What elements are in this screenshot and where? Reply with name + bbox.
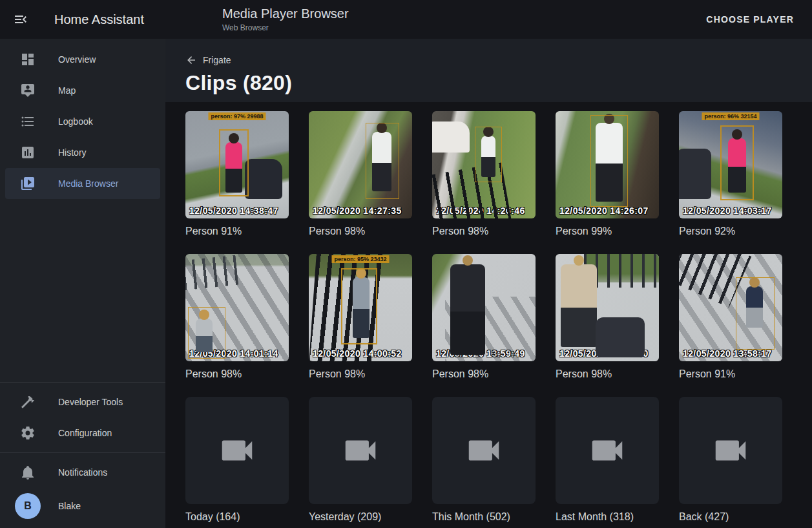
app-header: Home Assistant Media Player Browser Web … [0, 0, 812, 39]
clip-caption: Person 98% [556, 368, 659, 383]
folder-tile[interactable] [556, 397, 659, 504]
chart-box-icon [20, 145, 36, 160]
clip-timestamp: 12/05/2020 14:27:35 [313, 206, 402, 216]
folder-label: Last Month (318) [556, 511, 659, 525]
clip-thumbnail[interactable]: 12/05/2020 14:26:46 [432, 111, 536, 218]
sidebar-item-logbook[interactable]: Logbook [5, 106, 160, 137]
clip-thumbnail[interactable]: 12/05/2020 13:58:17 [679, 254, 782, 361]
clip-timestamp: 12/05/2020 14:26:46 [436, 206, 525, 216]
clip-card[interactable]: 12/05/2020 13:58:30 Person 98% [556, 254, 659, 383]
clip-timestamp: 12/05/2020 14:26:07 [559, 206, 649, 216]
video-camera-icon [711, 430, 751, 470]
clip-card[interactable]: 12/05/2020 14:27:35 Person 98% [309, 111, 412, 240]
person-figure [450, 264, 485, 355]
clip-timestamp: 12/05/2020 14:03:17 [683, 206, 772, 216]
sidebar-item-label: History [58, 147, 87, 158]
sidebar-item-label: Developer Tools [58, 397, 123, 407]
bell-icon [20, 465, 36, 480]
folder-tile[interactable] [185, 397, 289, 504]
folder-card-back[interactable]: Back (427) [679, 397, 782, 525]
user-name: Blake [58, 501, 81, 511]
video-camera-icon [464, 430, 504, 470]
detection-label: person: 96% 32154 [702, 112, 759, 120]
dashboard-icon [20, 52, 36, 67]
folder-card-today[interactable]: Today (164) [185, 397, 289, 525]
scene-prop [596, 317, 645, 357]
sidebar-user-profile[interactable]: B Blake [5, 488, 160, 524]
clip-caption: Person 92% [679, 226, 782, 240]
folder-label: Today (164) [185, 511, 289, 525]
video-camera-icon [587, 430, 627, 470]
clip-caption: Person 99% [556, 226, 659, 240]
sidebar-toggle-button[interactable] [5, 4, 36, 35]
map-account-icon [20, 83, 36, 98]
clip-thumbnail[interactable]: 12/05/2020 14:01:14 [185, 254, 289, 361]
clip-thumbnail[interactable]: 12/05/2020 13:59:49 [432, 254, 536, 361]
clip-card[interactable]: 12/05/2020 13:58:17 Person 91% [679, 254, 782, 383]
clips-title: Clips (820) [185, 71, 812, 95]
detection-bbox [720, 125, 754, 200]
folder-tile[interactable] [432, 397, 536, 504]
clip-caption: Person 98% [432, 368, 536, 383]
scene-prop [679, 149, 711, 199]
clip-card[interactable]: person: 95% 23432 12/05/2020 14:00:52 Pe… [309, 254, 412, 383]
sidebar-item-map[interactable]: Map [5, 75, 160, 106]
sidebar-item-label: Logbook [58, 116, 93, 127]
gear-icon [20, 425, 36, 441]
sidebar-item-history[interactable]: History [5, 137, 160, 168]
clip-card[interactable]: person: 97% 29988 12/05/2020 14:38:47 Pe… [185, 111, 289, 240]
folder-label: This Month (502) [432, 511, 536, 525]
detection-bbox [475, 127, 502, 182]
clip-timestamp: 12/05/2020 13:58:17 [683, 348, 772, 359]
sidebar-divider [0, 382, 165, 383]
video-camera-icon [340, 430, 380, 470]
clip-thumbnail[interactable]: 12/05/2020 14:26:07 [556, 111, 659, 218]
sidebar-item-developer-tools[interactable]: Developer Tools [5, 386, 160, 417]
sidebar-item-notifications[interactable]: Notifications [5, 457, 160, 488]
clip-thumbnail[interactable]: 12/05/2020 14:27:35 [309, 111, 412, 218]
user-avatar[interactable]: B [15, 493, 41, 519]
folder-tile[interactable] [679, 397, 782, 504]
back-arrow-icon [185, 54, 197, 66]
clip-card[interactable]: 12/05/2020 13:59:49 Person 98% [432, 254, 536, 383]
video-camera-icon [217, 430, 257, 470]
sidebar-item-overview[interactable]: Overview [5, 44, 160, 75]
sidebar-item-label: Notifications [58, 467, 107, 478]
clip-timestamp: 12/05/2020 14:00:52 [313, 348, 402, 359]
clips-area: person: 97% 29988 12/05/2020 14:38:47 Pe… [165, 102, 812, 525]
page-subtitle: Web Browser [222, 23, 349, 32]
clip-caption: Person 98% [309, 368, 412, 383]
clip-thumbnail[interactable]: person: 95% 23432 12/05/2020 14:00:52 [309, 254, 412, 361]
play-box-multiple-icon [20, 176, 36, 191]
clip-card[interactable]: person: 96% 32154 12/05/2020 14:03:17 Pe… [679, 111, 782, 240]
choose-player-button[interactable]: CHOOSE PLAYER [701, 8, 799, 31]
clip-thumbnail[interactable]: 12/05/2020 13:58:30 [556, 254, 659, 361]
sidebar-item-media-browser[interactable]: Media Browser [5, 168, 160, 199]
page-title: Media Player Browser [222, 6, 349, 21]
breadcrumb[interactable]: Frigate [185, 54, 231, 66]
detection-label: person: 95% 23432 [331, 255, 389, 263]
page-header-block: Media Player Browser Web Browser [222, 6, 349, 32]
sidebar-divider [0, 452, 165, 453]
clip-thumbnail[interactable]: person: 97% 29988 12/05/2020 14:38:47 [185, 111, 289, 218]
detection-bbox [341, 268, 377, 344]
clip-card[interactable]: 12/05/2020 14:26:07 Person 99% [556, 111, 659, 240]
detection-bbox [590, 115, 628, 207]
folder-card-this-month[interactable]: This Month (502) [432, 397, 536, 525]
sidebar-item-label: Overview [58, 54, 96, 65]
folder-tile[interactable] [309, 397, 412, 504]
sidebar-item-label: Map [58, 85, 76, 96]
clip-caption: Person 91% [679, 368, 782, 383]
list-icon [20, 114, 36, 129]
folder-card-last-month[interactable]: Last Month (318) [556, 397, 659, 525]
home-assistant-app: Home Assistant Media Player Browser Web … [0, 0, 812, 528]
clip-thumbnail[interactable]: person: 96% 32154 12/05/2020 14:03:17 [679, 111, 782, 218]
clip-card[interactable]: 12/05/2020 14:01:14 Person 98% [185, 254, 289, 383]
detection-label: person: 97% 29988 [208, 112, 265, 120]
folder-card-yesterday[interactable]: Yesterday (209) [309, 397, 412, 525]
clip-card[interactable]: 12/05/2020 14:26:46 Person 98% [432, 111, 536, 240]
clip-caption: Person 91% [185, 226, 289, 240]
sidebar-item-label: Media Browser [58, 178, 118, 189]
sidebar-item-configuration[interactable]: Configuration [5, 417, 160, 449]
app-title: Home Assistant [54, 12, 222, 27]
